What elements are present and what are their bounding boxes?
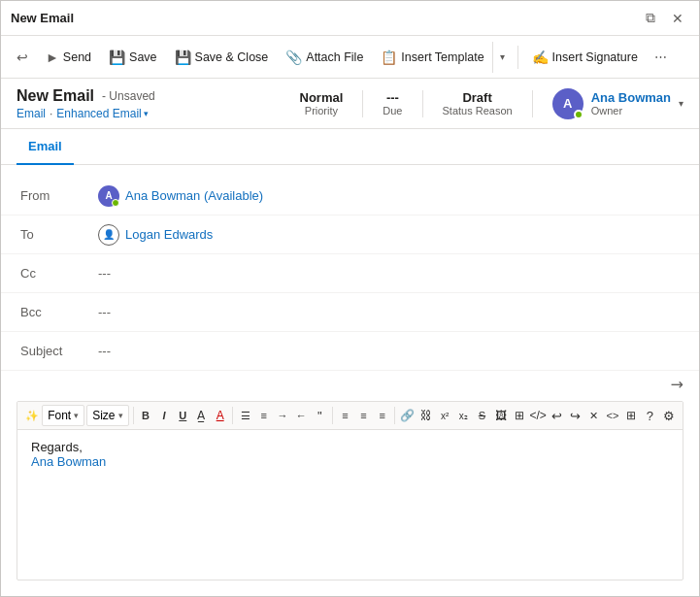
subscript-button[interactable]: x₂ — [455, 405, 472, 426]
send-icon: ► — [46, 50, 59, 65]
to-name[interactable]: Logan Edwards — [125, 227, 213, 242]
signature-block: Regards, Ana Bowman — [31, 440, 669, 469]
attach-file-button[interactable]: 📎 Attach File — [278, 42, 371, 73]
unlink-button[interactable]: ⛓ — [417, 405, 434, 426]
editor-sep-1 — [133, 407, 134, 424]
size-chevron-icon: ▾ — [118, 411, 123, 420]
breadcrumb: Email · Enhanced Email ▾ — [17, 107, 300, 120]
insert-code-button[interactable]: </> — [529, 405, 546, 426]
insert-image-button[interactable]: 🖼 — [492, 405, 509, 426]
bcc-row: Bcc --- — [1, 293, 699, 332]
insert-signature-button[interactable]: ✍ Insert Signature — [524, 42, 646, 73]
breadcrumb-root[interactable]: Email — [17, 107, 46, 120]
owner-section[interactable]: A Ana Bowman Owner ▾ — [552, 88, 683, 119]
attach-icon: 📎 — [285, 50, 302, 65]
editor-sep-4 — [394, 407, 395, 424]
expand-row: ↗ — [1, 371, 699, 397]
toolbar: ↩ ► Send 💾 Save 💾 Save & Close 📎 Attach … — [1, 36, 699, 79]
blockquote-button[interactable]: " — [312, 405, 328, 426]
send-button[interactable]: ► Send — [38, 42, 99, 73]
editor-body[interactable]: Regards, Ana Bowman — [17, 430, 683, 580]
back-icon: ↩ — [17, 50, 28, 65]
cc-label: Cc — [20, 266, 98, 281]
signature-line2: Ana Bowman — [31, 454, 669, 469]
subject-row: Subject --- — [1, 332, 699, 371]
align-center-button[interactable]: ≡ — [355, 405, 372, 426]
insert-template-button[interactable]: 📋 Insert Template — [373, 42, 491, 73]
table-insert-button[interactable]: ⊞ — [623, 405, 640, 426]
insert-template-group: 📋 Insert Template ▾ — [373, 42, 511, 73]
meta-section: Normal Priority --- Due Draft Status Rea… — [300, 88, 683, 119]
more-options-button[interactable]: ⋯ — [648, 42, 675, 73]
close-icon[interactable]: ✕ — [666, 7, 689, 30]
template-icon: 📋 — [381, 50, 397, 65]
unsaved-label: - Unsaved — [102, 89, 155, 103]
signature-line1: Regards, — [31, 440, 669, 454]
link-button[interactable]: 🔗 — [399, 405, 416, 426]
underline-button[interactable]: U — [175, 405, 191, 426]
from-avatar: A — [98, 185, 119, 207]
title-bar-left: New Email — [11, 11, 74, 25]
help-button[interactable]: ? — [642, 405, 658, 426]
tab-email[interactable]: Email — [17, 129, 74, 165]
to-value: 👤 Logan Edwards — [98, 224, 680, 246]
due-meta: --- Due — [383, 90, 402, 116]
strikethrough-button[interactable]: S — [474, 405, 490, 426]
info-bar: New Email - Unsaved Email · Enhanced Ema… — [1, 79, 699, 129]
breadcrumb-sub[interactable]: Enhanced Email ▾ — [56, 107, 148, 120]
superscript-button[interactable]: x² — [436, 405, 452, 426]
avatar-status-indicator — [574, 110, 583, 119]
expand-icon[interactable]: ↗ — [666, 373, 688, 395]
bcc-label: Bcc — [20, 305, 98, 319]
size-dropdown[interactable]: Size ▾ — [86, 405, 128, 426]
chevron-down-icon: ▾ — [144, 109, 149, 118]
clear-format-button[interactable]: ✕ — [585, 405, 602, 426]
restore-icon[interactable]: ⧉ — [639, 7, 662, 30]
align-right-button[interactable]: ≡ — [374, 405, 390, 426]
ai-assist-icon[interactable]: ✨ — [23, 405, 40, 426]
meta-sep-3 — [532, 90, 533, 117]
meta-sep-2 — [422, 90, 423, 117]
status-meta: Draft Status Reason — [443, 90, 513, 116]
editor-sep-3 — [332, 407, 333, 424]
subject-value: --- — [98, 344, 680, 358]
email-window: New Email ⧉ ✕ ↩ ► Send 💾 Save 💾 Save & C… — [0, 0, 700, 597]
source-button[interactable]: <> — [604, 405, 620, 426]
from-status-indicator — [112, 199, 119, 207]
cc-value: --- — [98, 266, 680, 281]
highlight-button[interactable]: A̲ — [193, 405, 210, 426]
from-value: A Ana Bowman (Available) — [98, 185, 680, 207]
save-close-button[interactable]: 💾 Save & Close — [167, 42, 277, 73]
toolbar-sep-1 — [517, 46, 518, 69]
from-name[interactable]: Ana Bowman (Available) — [125, 188, 263, 203]
info-bar-left: New Email - Unsaved Email · Enhanced Ema… — [17, 87, 300, 120]
outdent-button[interactable]: ← — [293, 405, 310, 426]
insert-template-dropdown[interactable]: ▾ — [492, 42, 512, 73]
save-icon: 💾 — [109, 50, 125, 65]
title-bar: New Email ⧉ ✕ — [1, 1, 699, 36]
numbered-list-button[interactable]: ≡ — [255, 405, 272, 426]
tabs-bar: Email — [1, 129, 699, 165]
insert-table-button[interactable]: ⊞ — [511, 405, 527, 426]
window-title: New Email — [11, 11, 74, 25]
from-row: From A Ana Bowman (Available) — [1, 177, 699, 216]
font-chevron-icon: ▾ — [74, 411, 79, 420]
avatar: A — [552, 88, 583, 119]
undo-button[interactable]: ↩ — [549, 405, 565, 426]
indent-button[interactable]: → — [274, 405, 290, 426]
redo-button[interactable]: ↪ — [567, 405, 583, 426]
bcc-value: --- — [98, 305, 680, 319]
signature-icon: ✍ — [532, 50, 549, 65]
back-button[interactable]: ↩ — [9, 42, 36, 73]
email-title: New Email - Unsaved — [17, 87, 300, 105]
save-button[interactable]: 💾 Save — [101, 42, 165, 73]
settings-button[interactable]: ⚙ — [660, 405, 677, 426]
italic-button[interactable]: I — [156, 405, 173, 426]
from-label: From — [20, 188, 98, 203]
editor-sep-2 — [232, 407, 233, 424]
bold-button[interactable]: B — [137, 405, 153, 426]
align-left-button[interactable]: ≡ — [337, 405, 353, 426]
font-color-button[interactable]: A — [212, 405, 228, 426]
font-dropdown[interactable]: Font ▾ — [42, 405, 84, 426]
bullet-list-button[interactable]: ☰ — [237, 405, 253, 426]
